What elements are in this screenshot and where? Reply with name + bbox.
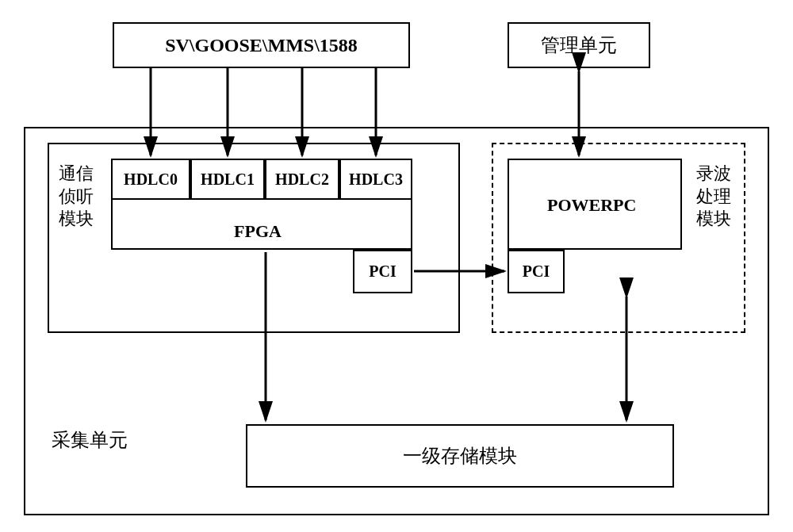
rec-module-label-l1: 录波 bbox=[696, 163, 731, 186]
protocols-box: SV\GOOSE\MMS\1588 bbox=[113, 22, 410, 68]
mgmt-unit-box: 管理单元 bbox=[508, 22, 650, 68]
hdlc3-box: HDLC3 bbox=[339, 159, 412, 200]
hdlc0-box: HDLC0 bbox=[111, 159, 190, 200]
pci-right-box: PCI bbox=[508, 250, 565, 293]
mgmt-unit-label: 管理单元 bbox=[541, 33, 617, 58]
hdlc2-box: HDLC2 bbox=[265, 159, 339, 200]
pci-right-label: PCI bbox=[523, 262, 550, 281]
comm-module-label-l1: 通信 bbox=[59, 163, 94, 186]
fpga-label: FPGA bbox=[234, 220, 282, 243]
rec-module-label: 录波 处理 模块 bbox=[696, 163, 731, 231]
hdlc0-label: HDLC0 bbox=[124, 170, 178, 189]
storage-label: 一级存储模块 bbox=[403, 443, 517, 469]
rec-module-label-l2: 处理 bbox=[696, 186, 731, 209]
powerpc-label: POWERPC bbox=[547, 194, 636, 217]
hdlc1-box: HDLC1 bbox=[190, 159, 265, 200]
acquisition-unit-label: 采集单元 bbox=[52, 428, 128, 453]
storage-box: 一级存储模块 bbox=[246, 424, 674, 488]
hdlc1-label: HDLC1 bbox=[201, 170, 255, 189]
pci-left-label: PCI bbox=[369, 262, 396, 281]
comm-module-label-l2: 侦听 bbox=[59, 186, 94, 209]
comm-module-label: 通信 侦听 模块 bbox=[59, 163, 94, 231]
hdlc3-label: HDLC3 bbox=[349, 170, 403, 189]
pci-left-box: PCI bbox=[353, 250, 412, 293]
comm-module-label-l3: 模块 bbox=[59, 208, 94, 231]
hdlc2-label: HDLC2 bbox=[275, 170, 329, 189]
rec-module-label-l3: 模块 bbox=[696, 208, 731, 231]
protocols-label: SV\GOOSE\MMS\1588 bbox=[165, 35, 358, 56]
